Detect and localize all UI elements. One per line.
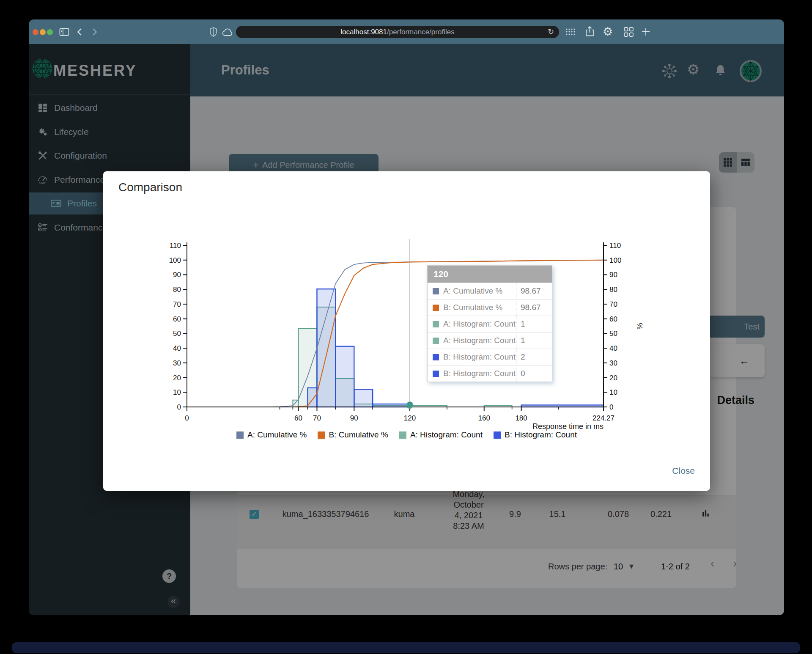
traffic-zoom-button[interactable]	[47, 29, 53, 35]
privacy-shield-icon[interactable]	[209, 27, 217, 37]
back-icon[interactable]	[77, 28, 82, 36]
tooltip-swatch	[433, 338, 439, 344]
tooltip-swatch	[433, 321, 439, 327]
app-grid-icon[interactable]	[565, 28, 576, 36]
svg-text:50: 50	[609, 330, 617, 338]
svg-text:90: 90	[350, 414, 358, 422]
url-host: localhost:9081	[340, 28, 387, 36]
svg-text:120: 120	[404, 414, 416, 422]
traffic-close-button[interactable]	[33, 29, 38, 35]
tooltip-series-label: B: Cumulative %	[443, 303, 502, 312]
svg-text:60: 60	[609, 315, 617, 323]
svg-text:0: 0	[177, 403, 181, 411]
comparison-chart[interactable]: 0010102020303040405050606070708080909010…	[103, 214, 710, 455]
svg-text:60: 60	[294, 414, 302, 422]
svg-text:110: 110	[170, 242, 181, 250]
svg-text:10: 10	[173, 388, 181, 396]
svg-text:70: 70	[173, 300, 181, 308]
tooltip-header: 120	[428, 266, 552, 283]
comparison-modal: Comparison 00101020203030404050506060707…	[103, 171, 710, 491]
tooltip-value: 0	[516, 365, 552, 382]
tooltip-value: 1	[516, 316, 552, 332]
sidebar-toggle-icon[interactable]	[59, 28, 69, 36]
svg-text:20: 20	[609, 374, 617, 382]
tooltip-row: B: Cumulative %98.67	[428, 299, 552, 316]
svg-text:60: 60	[173, 315, 181, 323]
tooltip-swatch	[433, 354, 439, 360]
svg-text:100: 100	[169, 256, 181, 264]
svg-text:40: 40	[173, 344, 181, 352]
svg-text:0: 0	[185, 414, 189, 422]
tooltip-series-label: A: Histogram: Count	[443, 319, 516, 329]
svg-text:40: 40	[609, 344, 617, 352]
settings-gear-icon[interactable]: ⚙	[603, 25, 613, 38]
svg-text:0: 0	[609, 403, 613, 411]
modal-title: Comparison	[118, 181, 182, 194]
legend-item[interactable]: B: Cumulative %	[318, 430, 388, 440]
svg-text:20: 20	[173, 374, 181, 382]
svg-text:70: 70	[313, 414, 321, 422]
tooltip-value: 98.67	[516, 283, 552, 299]
legend-item[interactable]: B: Histogram: Count	[494, 430, 577, 440]
svg-text:70: 70	[609, 300, 617, 308]
svg-text:110: 110	[609, 242, 621, 250]
tooltip-swatch	[433, 288, 439, 294]
url-path: /performance/profiles	[387, 28, 455, 36]
svg-text:90: 90	[173, 271, 181, 279]
tooltip-swatch	[433, 305, 439, 311]
svg-text:100: 100	[609, 256, 621, 264]
svg-text:Response time in ms: Response time in ms	[532, 422, 604, 431]
tooltip-value: 98.67	[516, 300, 552, 316]
tooltip-series-label: A: Histogram: Count	[443, 336, 516, 345]
tooltip-series-label: B: Histogram: Count	[443, 352, 516, 362]
new-tab-plus-icon[interactable]	[641, 27, 650, 36]
browser-window: localhost:9081/performance/profiles ↻ ⚙ …	[29, 19, 784, 615]
legend-item[interactable]: A: Cumulative %	[236, 430, 307, 440]
svg-text:90: 90	[609, 271, 617, 279]
svg-text:10: 10	[609, 388, 617, 396]
svg-text:160: 160	[478, 414, 490, 422]
tooltip-row: A: Cumulative %98.67	[428, 283, 552, 299]
forward-icon[interactable]	[92, 28, 98, 36]
desktop-dock-strip	[12, 642, 800, 653]
svg-text:80: 80	[609, 286, 617, 294]
svg-text:%: %	[636, 323, 644, 329]
share-icon[interactable]	[585, 26, 594, 37]
chart-legend: A: Cumulative %B: Cumulative %A: Histogr…	[103, 430, 710, 440]
legend-label: A: Cumulative %	[247, 430, 307, 440]
svg-text:80: 80	[173, 286, 181, 294]
svg-text:30: 30	[609, 359, 617, 367]
legend-swatch	[318, 431, 325, 439]
svg-text:224.27: 224.27	[593, 414, 614, 422]
tooltip-series-label: A: Cumulative %	[443, 286, 502, 296]
legend-label: A: Histogram: Count	[410, 430, 483, 440]
tooltip-value: 2	[516, 349, 552, 365]
legend-item[interactable]: A: Histogram: Count	[399, 430, 483, 440]
reload-icon[interactable]: ↻	[548, 26, 554, 38]
browser-toolbar: localhost:9081/performance/profiles ↻ ⚙	[29, 19, 784, 44]
legend-swatch	[236, 431, 244, 439]
close-button[interactable]: Close	[669, 465, 697, 476]
svg-text:50: 50	[173, 330, 181, 338]
tooltip-row: A: Histogram: Count1	[428, 332, 552, 349]
legend-swatch	[494, 431, 501, 439]
tooltip-series-label: B: Histogram: Count	[443, 369, 516, 378]
traffic-minimize-button[interactable]	[40, 29, 46, 35]
svg-text:180: 180	[515, 414, 527, 422]
legend-label: B: Cumulative %	[329, 430, 388, 440]
tooltip-swatch	[433, 371, 439, 377]
tab-overview-icon[interactable]	[624, 27, 634, 37]
svg-text:30: 30	[173, 359, 181, 367]
legend-label: B: Histogram: Count	[505, 430, 577, 440]
url-bar[interactable]: localhost:9081/performance/profiles ↻	[236, 26, 559, 38]
tooltip-row: B: Histogram: Count0	[428, 365, 552, 382]
tooltip-value: 1	[516, 332, 552, 349]
legend-swatch	[399, 431, 406, 439]
tooltip-row: B: Histogram: Count2	[428, 349, 552, 365]
icloud-icon[interactable]	[222, 28, 233, 36]
tooltip-row: A: Histogram: Count1	[428, 316, 552, 332]
chart-tooltip: 120 A: Cumulative %98.67B: Cumulative %9…	[427, 265, 552, 382]
